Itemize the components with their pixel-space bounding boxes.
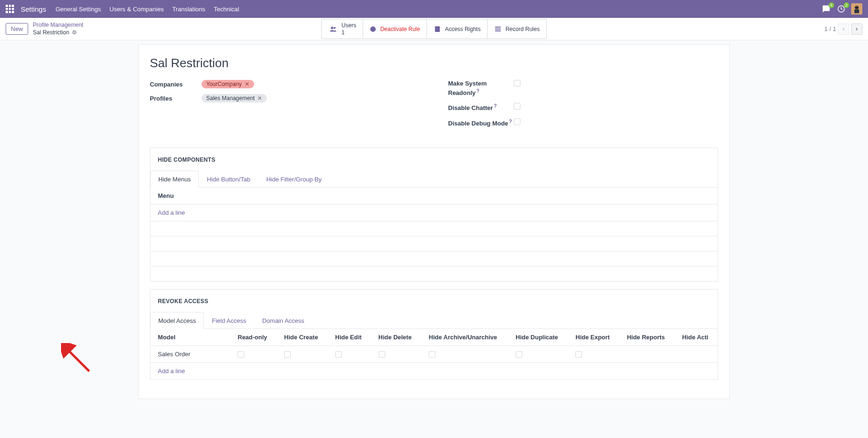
- col-hide-duplicate: Hide Duplicate: [508, 329, 568, 346]
- col-hide-reports: Hide Reports: [620, 329, 675, 346]
- nav-right: 6 2: [821, 3, 862, 15]
- breadcrumb-parent[interactable]: Profile Management: [33, 22, 83, 29]
- svg-rect-8: [495, 26, 501, 27]
- stat-users[interactable]: Users 1: [321, 19, 363, 39]
- revoke-access-title: REVOKE ACCESS: [158, 298, 710, 305]
- avatar[interactable]: [851, 3, 862, 15]
- nav-general-settings[interactable]: General Settings: [55, 6, 101, 13]
- book-icon: [434, 25, 441, 33]
- col-hide-edit: Hide Edit: [328, 329, 371, 346]
- table-row: [150, 221, 718, 236]
- checkbox-hide-create[interactable]: [284, 351, 291, 358]
- users-icon: [328, 25, 338, 33]
- field-disable-debug: Disable Debug Mode?: [448, 118, 718, 128]
- help-icon[interactable]: ?: [494, 103, 496, 109]
- breadcrumb-current: Sal Restriction ⚙: [33, 29, 83, 37]
- checkbox-hide-duplicate[interactable]: [516, 351, 522, 358]
- control-bar: New Profile Management Sal Restriction ⚙…: [0, 18, 868, 40]
- record-title[interactable]: Sal Restriction: [150, 56, 718, 70]
- circle-icon: [370, 26, 376, 32]
- profile-tag[interactable]: Sales Management ✕: [202, 94, 267, 102]
- disable-chatter-checkbox[interactable]: [514, 103, 520, 110]
- table-row[interactable]: Sales Order: [150, 346, 718, 363]
- stat-record-rules[interactable]: Record Rules: [488, 19, 547, 39]
- revoke-access-section: REVOKE ACCESS Model Access Field Access …: [150, 289, 718, 380]
- table-row: [150, 266, 718, 281]
- disable-debug-checkbox[interactable]: [514, 118, 520, 125]
- companies-label: Companies: [150, 80, 202, 88]
- apps-icon[interactable]: [6, 5, 14, 13]
- add-line-link[interactable]: Add a line: [158, 209, 185, 216]
- profiles-label: Profiles: [150, 94, 202, 102]
- stat-access-rights-label: Access Rights: [445, 26, 480, 32]
- checkbox-hide-archive[interactable]: [429, 351, 435, 358]
- pager-next[interactable]: [851, 23, 862, 35]
- table-row[interactable]: Add a line: [150, 204, 718, 221]
- close-icon[interactable]: ✕: [245, 81, 249, 87]
- col-readonly: Read-only: [230, 329, 277, 346]
- checkbox-hide-export[interactable]: [575, 351, 582, 358]
- gear-icon[interactable]: ⚙: [72, 29, 77, 37]
- col-hide-delete: Hide Delete: [371, 329, 421, 346]
- pager-prev[interactable]: [838, 23, 849, 35]
- tab-field-access[interactable]: Field Access: [204, 312, 254, 329]
- tab-hide-filter-group[interactable]: Hide Filter/Group By: [258, 171, 330, 188]
- tab-model-access[interactable]: Model Access: [150, 312, 204, 329]
- stat-deactivate[interactable]: Deactivate Rule: [363, 19, 427, 39]
- field-make-readonly: Make System Readonly?: [448, 80, 718, 97]
- nav-users-companies[interactable]: Users & Companies: [109, 6, 164, 13]
- nav-translations[interactable]: Translations: [172, 6, 205, 13]
- tab-hide-button-tab[interactable]: Hide Button/Tab: [199, 171, 258, 188]
- tab-domain-access[interactable]: Domain Access: [254, 312, 312, 329]
- hide-components-title: HIDE COMPONENTS: [158, 156, 710, 163]
- chevron-left-icon: [841, 27, 846, 31]
- make-readonly-checkbox[interactable]: [514, 80, 520, 86]
- checkbox-hide-delete[interactable]: [379, 351, 385, 358]
- close-icon[interactable]: ✕: [257, 95, 262, 102]
- col-hide-acti: Hide Acti: [674, 329, 718, 346]
- top-nav: Settings General Settings Users & Compan…: [0, 0, 868, 18]
- make-readonly-label: Make System Readonly: [448, 80, 487, 96]
- table-row[interactable]: Add a line: [150, 363, 718, 380]
- col-hide-archive: Hide Archive/Unarchive: [421, 329, 508, 346]
- cell-model[interactable]: Sales Order: [150, 346, 230, 363]
- activity-icon[interactable]: 2: [836, 4, 846, 14]
- col-hide-export: Hide Export: [568, 329, 619, 346]
- stat-access-rights[interactable]: Access Rights: [427, 19, 488, 39]
- col-hide-create: Hide Create: [277, 329, 328, 346]
- hide-components-section: HIDE COMPONENTS Hide Menus Hide Button/T…: [150, 148, 718, 282]
- checkbox-hide-edit[interactable]: [335, 351, 342, 358]
- revoke-tabs: Model Access Field Access Domain Access: [150, 312, 718, 329]
- hide-menus-table: Menu Add a line: [150, 188, 718, 282]
- field-profiles: Profiles Sales Management ✕: [150, 94, 420, 102]
- new-button[interactable]: New: [6, 23, 28, 35]
- tab-hide-menus[interactable]: Hide Menus: [150, 171, 199, 188]
- hide-components-tabs: Hide Menus Hide Button/Tab Hide Filter/G…: [150, 171, 718, 188]
- svg-point-6: [333, 27, 335, 29]
- nav-technical[interactable]: Technical: [214, 6, 239, 13]
- stat-deactivate-label: Deactivate Rule: [380, 26, 420, 32]
- messages-icon[interactable]: 6: [821, 4, 831, 14]
- svg-rect-4: [855, 7, 859, 8]
- help-icon[interactable]: ?: [509, 119, 512, 124]
- form-sheet: Sal Restriction Companies YourCompany ✕ …: [138, 44, 730, 399]
- add-line-link[interactable]: Add a line: [158, 368, 185, 375]
- form-wrap[interactable]: Sal Restriction Companies YourCompany ✕ …: [0, 40, 868, 436]
- field-disable-chatter: Disable Chatter?: [448, 103, 718, 112]
- model-access-table: Model Read-only Hide Create Hide Edit Hi…: [150, 329, 718, 379]
- pager-current: 1: [824, 26, 828, 32]
- stat-users-count: 1: [341, 29, 356, 36]
- field-grid: Companies YourCompany ✕ Profiles Sales M…: [150, 80, 718, 133]
- checkbox-readonly[interactable]: [238, 351, 244, 358]
- nav-title[interactable]: Settings: [21, 5, 46, 13]
- disable-chatter-label: Disable Chatter: [448, 105, 493, 112]
- chevron-right-icon: [854, 27, 859, 31]
- breadcrumb: Profile Management Sal Restriction ⚙: [33, 22, 83, 36]
- help-icon[interactable]: ?: [477, 88, 480, 94]
- company-tag[interactable]: YourCompany ✕: [202, 80, 254, 88]
- svg-rect-9: [495, 28, 501, 29]
- stat-buttons: Users 1 Deactivate Rule Access Rights Re…: [321, 19, 547, 39]
- activity-badge: 2: [844, 2, 849, 8]
- svg-rect-10: [495, 30, 501, 31]
- list-icon: [494, 25, 502, 33]
